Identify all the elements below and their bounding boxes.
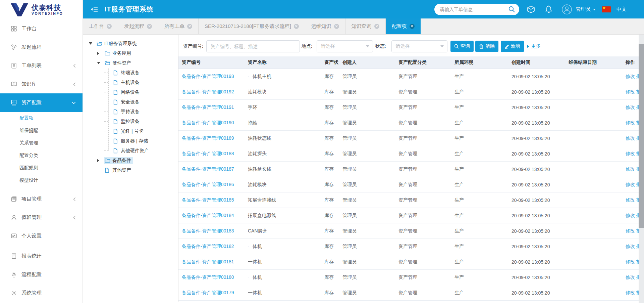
tree-node-box[interactable]: IT服务管理系统 bbox=[96, 40, 139, 47]
tab-close-icon[interactable]: ✕ bbox=[374, 24, 379, 29]
asset-code-link[interactable]: 备品备件-资产管理00190 bbox=[182, 120, 234, 125]
sidebar-item-start-process[interactable]: 发起流程 bbox=[0, 38, 83, 56]
tab-close-icon[interactable]: ✕ bbox=[334, 24, 339, 29]
tab-workbench[interactable]: 工作台✕ bbox=[83, 18, 118, 34]
table-row[interactable]: 备品备件-资产管理00179一体机库存管理员资产管理生产20-09-02 13:… bbox=[178, 285, 639, 301]
clipped-op-link[interactable]: 报 bbox=[636, 89, 639, 94]
clear-button[interactable]: 清除 bbox=[475, 41, 498, 52]
tree-collapse-arrow-icon[interactable] bbox=[97, 159, 101, 162]
edit-link[interactable]: 修改 bbox=[626, 89, 635, 94]
asset-code-link[interactable]: 备品备件-资产管理00181 bbox=[182, 259, 234, 264]
tree-node[interactable]: 其他资产 bbox=[83, 165, 178, 175]
asset-code-link[interactable]: 备品备件-资产管理00188 bbox=[182, 151, 234, 156]
sidebar-item-asset-config[interactable]: 资产配置 bbox=[0, 93, 83, 112]
tree-node-box[interactable]: 硬件资产 bbox=[104, 59, 133, 67]
tab-knowledge-query[interactable]: 知识查询✕ bbox=[345, 18, 386, 34]
table-row[interactable]: 备品备件-资产管理00186油耗模块库存管理员资产管理生产20-09-02 13… bbox=[178, 177, 639, 192]
sidebar-item-system-mgmt[interactable]: 系统管理 bbox=[0, 284, 83, 302]
tree-node-box[interactable]: 安全设备 bbox=[112, 98, 142, 106]
edit-link[interactable]: 修改 bbox=[626, 290, 635, 295]
tab-config-item[interactable]: 配置项✕ bbox=[386, 18, 421, 34]
sidebar-item-report-stats[interactable]: 报表统计 bbox=[0, 247, 83, 265]
submenu-item-model-design[interactable]: 模型设计 bbox=[0, 174, 83, 186]
language-switcher[interactable]: 中文 bbox=[616, 6, 627, 12]
tab-close-icon[interactable]: ✕ bbox=[294, 24, 299, 29]
edit-link[interactable]: 修改 bbox=[626, 151, 635, 156]
avatar-icon[interactable] bbox=[561, 4, 572, 15]
clipped-op-link[interactable]: 报 bbox=[636, 228, 639, 233]
work-order-search-input[interactable] bbox=[434, 4, 519, 15]
clipped-op-link[interactable]: 报 bbox=[636, 120, 639, 125]
tree-node[interactable]: 终端设备 bbox=[83, 68, 178, 78]
tree-expand-arrow-icon[interactable] bbox=[97, 62, 101, 64]
clipped-op-link[interactable]: 报 bbox=[636, 274, 639, 280]
tree-node[interactable]: 备品备件 bbox=[83, 156, 178, 165]
clipped-op-link[interactable]: 报 bbox=[636, 290, 639, 295]
tab-start-process[interactable]: 发起流程✕ bbox=[118, 18, 158, 34]
tree-expand-arrow-icon[interactable] bbox=[89, 42, 93, 45]
sidebar-item-personal-settings[interactable]: 个人设置 bbox=[0, 227, 83, 245]
tree-node-box[interactable]: 终端设备 bbox=[112, 69, 142, 77]
submenu-item-maintenance-remind[interactable]: 维保提醒 bbox=[0, 124, 83, 137]
clipped-op-link[interactable]: 报 bbox=[636, 135, 639, 141]
tab-close-icon[interactable]: ✕ bbox=[107, 24, 112, 29]
sidebar-item-workbench[interactable]: 工作台 bbox=[0, 19, 83, 38]
edit-link[interactable]: 修改 bbox=[626, 166, 635, 172]
clipped-op-link[interactable]: 报 bbox=[636, 244, 639, 249]
tree-node-box[interactable]: 主机设备 bbox=[112, 79, 142, 86]
asset-code-link[interactable]: 备品备件-资产管理00191 bbox=[182, 104, 234, 110]
asset-code-link[interactable]: 备品备件-资产管理00179 bbox=[182, 290, 234, 295]
asset-code-link[interactable]: 备品备件-资产管理00183 bbox=[182, 228, 234, 233]
clipped-op-link[interactable]: 报 bbox=[636, 182, 639, 187]
tree-node[interactable]: 安全设备 bbox=[83, 97, 178, 107]
bell-icon[interactable] bbox=[545, 5, 553, 14]
clipped-op-link[interactable]: 报 bbox=[636, 213, 639, 218]
table-row[interactable]: 备品备件-资产管理00183CAN展盒库存管理员资产管理生产20-09-02 1… bbox=[178, 223, 639, 239]
sidebar-item-duty-mgmt[interactable]: 值班管理 bbox=[0, 208, 83, 227]
sidebar-item-work-order-list[interactable]: 工单列表 bbox=[0, 56, 83, 75]
sidebar-item-project-mgmt[interactable]: 项目管理 bbox=[0, 190, 83, 208]
tree-node[interactable]: 其他硬件资产 bbox=[83, 146, 178, 156]
clipped-op-link[interactable]: 报 bbox=[636, 166, 639, 172]
tree-node-box[interactable]: 光纤 | 号卡 bbox=[112, 128, 145, 135]
tree-node[interactable]: 网络设备 bbox=[83, 87, 178, 97]
vertical-scrollbar[interactable] bbox=[639, 35, 644, 303]
tree-node-box[interactable]: 服务器 | 存储 bbox=[112, 137, 150, 145]
submenu-item-match-rule[interactable]: 匹配规则 bbox=[0, 162, 83, 174]
asset-code-link[interactable]: 备品备件-资产管理00180 bbox=[182, 274, 234, 280]
submenu-item-relation-mgmt[interactable]: 关系管理 bbox=[0, 137, 83, 149]
tab-all-orders[interactable]: 所有工单✕ bbox=[158, 18, 199, 34]
tree-node[interactable]: 硬件资产 bbox=[83, 58, 178, 68]
table-row[interactable]: 备品备件-资产管理00184拓展盒电源线库存管理员资产管理生产20-09-02 … bbox=[178, 208, 639, 223]
tree-node-box[interactable]: 其他资产 bbox=[104, 167, 133, 174]
table-row[interactable]: 备品备件-资产管理00190抱箍库存管理员资产管理生产20-09-02 13:0… bbox=[178, 115, 639, 131]
tree-node[interactable]: 手持设备 bbox=[83, 107, 178, 117]
table-row[interactable]: 备品备件-资产管理00187油耗延长线库存管理员资产管理生产20-09-02 1… bbox=[178, 162, 639, 177]
edit-link[interactable]: 修改 bbox=[626, 274, 635, 280]
clipped-op-link[interactable]: 报 bbox=[636, 104, 639, 110]
asset-code-link[interactable]: 备品备件-资产管理00186 bbox=[182, 182, 234, 187]
tab-ops-knowledge[interactable]: 运维知识✕ bbox=[305, 18, 345, 34]
tree-node-box[interactable]: 网络设备 bbox=[112, 89, 142, 96]
tree-node[interactable]: IT服务管理系统 bbox=[83, 39, 178, 48]
sidebar-item-process-config[interactable]: 流程配置 bbox=[0, 265, 83, 284]
table-row[interactable]: 备品备件-资产管理00181一体机库存管理员资产管理生产20-09-02 13:… bbox=[178, 254, 639, 270]
china-flag-icon[interactable]: ★ bbox=[602, 6, 611, 12]
table-row[interactable]: 备品备件-资产管理00188油耗探头库存管理员资产管理生产20-09-02 13… bbox=[178, 146, 639, 162]
edit-link[interactable]: 修改 bbox=[626, 228, 635, 233]
tree-node[interactable]: 监控设备 bbox=[83, 117, 178, 126]
table-row[interactable]: 备品备件-资产管理00193一体机主机库存管理员资产管理生产20-09-02 1… bbox=[178, 69, 639, 84]
edit-link[interactable]: 修改 bbox=[626, 213, 635, 218]
tab-ser-20210713-2188[interactable]: SER-20210713-2188[FT服务请求流程]✕ bbox=[199, 18, 305, 34]
tree-node-box[interactable]: 监控设备 bbox=[112, 118, 142, 125]
asset-code-link[interactable]: 备品备件-资产管理00187 bbox=[182, 166, 234, 172]
submenu-item-config-category[interactable]: 配置分类 bbox=[0, 149, 83, 162]
clipped-op-link[interactable]: 报 bbox=[636, 74, 639, 79]
edit-link[interactable]: 修改 bbox=[626, 74, 635, 79]
search-icon[interactable] bbox=[508, 6, 516, 13]
edit-link[interactable]: 修改 bbox=[626, 120, 635, 125]
tree-node-box[interactable]: 手持设备 bbox=[112, 108, 142, 116]
asset-code-link[interactable]: 备品备件-资产管理00185 bbox=[182, 197, 234, 203]
location-select[interactable]: 请选择 bbox=[317, 40, 373, 52]
edit-link[interactable]: 修改 bbox=[626, 104, 635, 110]
